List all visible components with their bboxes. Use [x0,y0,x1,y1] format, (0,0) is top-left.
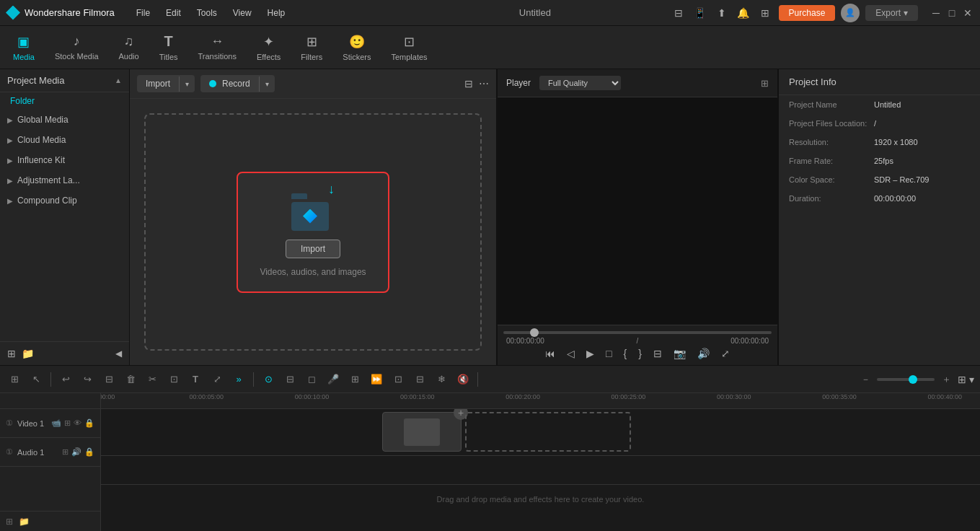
sidebar-item-compound-clip[interactable]: ▶ Compound Clip [0,190,129,211]
export-button[interactable]: Export ▾ [865,5,918,21]
audio-detach-icon[interactable]: ⊟ [100,371,118,388]
upload-icon[interactable]: ⬆ [714,5,730,21]
video-eye-icon[interactable]: 👁 [74,418,81,428]
track-motion-icon[interactable]: ⊞ [346,371,363,388]
menu-help[interactable]: Help [260,5,293,21]
more-tools-icon[interactable]: » [230,371,247,388]
speed-icon[interactable]: ⏩ [368,371,385,388]
player-expand-icon[interactable]: ⊞ [761,78,769,89]
import-card-button[interactable]: Import [286,240,340,258]
sidebar-item-cloud-media[interactable]: ▶ Cloud Media [0,130,129,150]
player-progress-bar[interactable] [503,331,772,334]
add-folder-icon[interactable]: 📁 [19,517,30,527]
purchase-button[interactable]: Purchase [779,5,836,21]
more-options-icon[interactable]: ⋯ [479,78,489,89]
stop-button[interactable]: □ [606,348,612,359]
window-maximize-button[interactable]: □ [945,6,958,19]
mute-icon[interactable]: 🔇 [454,371,472,388]
player-tab[interactable]: Player [506,75,531,91]
mark-in-button[interactable]: { [624,348,627,359]
toolbar-filters[interactable]: ⊞ Filters [291,30,332,66]
undo-icon[interactable]: ↩ [57,371,74,388]
sidebar-item-influence-kit[interactable]: ▶ Influence Kit [0,150,129,170]
volume-button[interactable]: 🔊 [697,348,710,359]
import-dropdown[interactable]: Import ▾ [137,75,195,92]
delete-icon[interactable]: 🗑 [122,371,139,388]
scene-detect-icon[interactable]: ⊟ [281,371,299,388]
menu-file[interactable]: File [129,5,157,21]
select-tool-icon[interactable]: ⊞ [6,371,23,388]
apps-icon[interactable]: ⊞ [757,5,773,21]
mask-icon[interactable]: ◻ [303,371,320,388]
window-title: Untitled [399,7,670,18]
toolbar-titles[interactable]: T Titles [149,29,188,66]
video-lock-icon[interactable]: 🔒 [84,418,94,428]
new-folder-icon[interactable]: 📁 [22,348,34,359]
minimize-display-icon[interactable]: ⊟ [671,5,687,21]
grid-options-icon[interactable]: ▾ [969,374,974,385]
ruler-ts-0: 00:00 [101,393,115,400]
toolbar-stickers[interactable]: 🙂 Stickers [332,30,381,66]
audio-lock-icon[interactable]: 🔒 [84,447,94,457]
ripple-icon[interactable]: ⊙ [260,371,277,388]
menu-tools[interactable]: Tools [190,5,224,21]
quality-select[interactable]: Full Quality High Quality Medium Quality… [539,76,621,90]
add-track-icon[interactable]: ⊞ [6,517,13,527]
text-tool-icon[interactable]: T [187,371,204,388]
split-icon[interactable]: ⊟ [411,371,428,388]
devices-icon[interactable]: 📱 [692,5,708,21]
resize-icon[interactable]: ⤢ [208,371,226,388]
left-panel-header: Project Media ▲ [0,69,129,92]
toolbar-audio[interactable]: ♫ Audio [109,30,149,65]
timeline-tracks[interactable]: + Drag and drop media and effects here t… [101,409,980,531]
snapshot-button[interactable]: 📷 [674,348,686,359]
color-space-label: Color Space: [789,175,868,184]
audio-add-icon[interactable]: ⊞ [62,447,69,457]
player-panel: Player Full Quality High Quality Medium … [497,69,778,365]
project-info-header: Project Info [779,69,980,95]
freeze-icon[interactable]: ❄ [433,371,450,388]
pointer-tool-icon[interactable]: ↖ [27,371,45,388]
toolbar-transitions[interactable]: ↔ Transitions [188,30,247,65]
grid-view-icon[interactable]: ⊞ [958,374,966,385]
video-camera-icon[interactable]: 📹 [51,418,61,428]
video-add-icon[interactable]: ⊞ [64,418,71,428]
redo-icon[interactable]: ↪ [79,371,96,388]
zoom-in-icon[interactable]: ＋ [937,371,955,388]
filter-icon[interactable]: ⊟ [464,78,473,89]
titlebar-right: ⊟ 📱 ⬆ 🔔 ⊞ Purchase 👤 Export ▾ ─ □ ✕ [671,4,974,22]
app-logo: Wondershare Filmora [6,6,115,20]
sidebar-item-global-media[interactable]: ▶ Global Media [0,110,129,130]
toolbar-stock-media[interactable]: ♪ Stock Media [45,30,109,65]
folder-body [291,202,329,231]
mark-out-button[interactable]: } [638,348,642,359]
user-avatar[interactable]: 👤 [841,4,860,22]
menu-edit[interactable]: Edit [159,5,188,21]
menu-view[interactable]: View [226,5,259,21]
record-dropdown[interactable]: Record ▾ [200,75,275,92]
subtitle-icon[interactable]: ⊡ [389,371,407,388]
folder-item[interactable]: Folder [0,92,129,110]
clip-range-button[interactable]: ⊟ [653,348,662,359]
fullscreen-button[interactable]: ⤢ [721,348,730,359]
zoom-slider[interactable] [877,378,935,381]
notification-icon[interactable]: 🔔 [736,5,751,21]
voiceover-icon[interactable]: 🎤 [325,371,342,388]
play-button[interactable]: ▶ [586,348,594,359]
step-back-button[interactable]: ⏮ [545,348,555,359]
sidebar-item-adjustment-layer[interactable]: ▶ Adjustment La... [0,170,129,190]
toolbar-separator-3 [477,372,478,387]
transitions-icon: ↔ [211,34,224,49]
cut-icon[interactable]: ✂ [144,371,161,388]
collapse-panel-button[interactable]: ◀ [115,348,122,359]
toolbar-templates[interactable]: ⊡ Templates [381,30,437,66]
zoom-out-icon[interactable]: － [857,371,874,388]
crop-icon[interactable]: ⊡ [165,371,182,388]
frame-back-button[interactable]: ◁ [567,348,575,359]
add-media-folder-icon[interactable]: ⊞ [7,348,16,359]
window-close-button[interactable]: ✕ [961,6,974,19]
toolbar-effects[interactable]: ✦ Effects [247,30,291,66]
window-minimize-button[interactable]: ─ [930,6,943,19]
audio-mute-icon[interactable]: 🔊 [71,447,81,457]
toolbar-media[interactable]: ▣ Media [3,30,45,66]
